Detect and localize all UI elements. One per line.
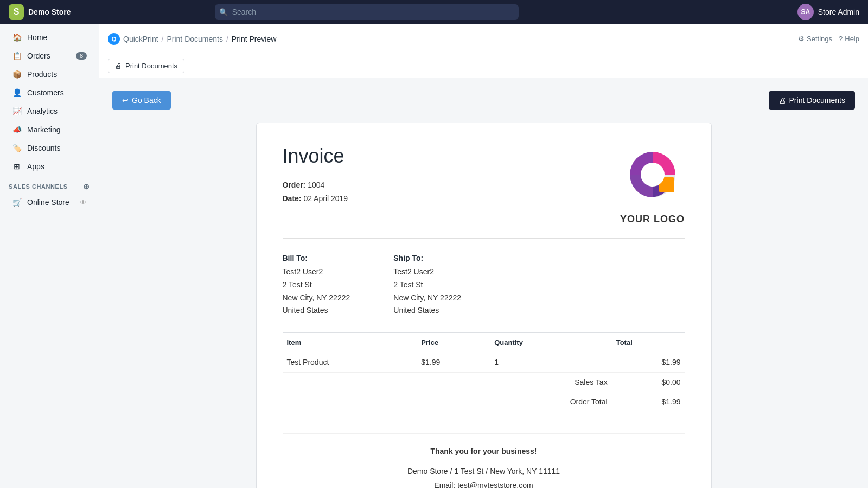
bill-country: United States	[283, 306, 328, 314]
online-store-icon: 🛒	[12, 197, 22, 207]
thank-you-text: Thank you for your business!	[283, 445, 685, 458]
invoice-table: Item Price Quantity Total Test Product $…	[283, 332, 685, 412]
sidebar-item-analytics[interactable]: 📈 Analytics	[3, 102, 95, 120]
breadcrumb-quickprint[interactable]: QuickPrint	[123, 35, 158, 43]
breadcrumb-sep2: /	[226, 35, 228, 43]
sidebar-item-customers[interactable]: 👤 Customers	[3, 84, 95, 101]
products-icon: 📦	[12, 69, 22, 79]
bill-address1: 2 Test St	[283, 280, 312, 289]
analytics-icon: 📈	[12, 106, 22, 116]
ship-country: United States	[393, 306, 439, 314]
apps-icon: ⊞	[12, 162, 22, 171]
ship-to-address: Test2 User2 2 Test St New City, NY 22222…	[393, 266, 461, 317]
order-total-label: Order Total	[490, 392, 612, 412]
quickprint-icon: Q	[108, 33, 120, 45]
breadcrumb: Q QuickPrint / Print Documents / Print P…	[108, 33, 276, 45]
sidebar-item-orders[interactable]: 📋 Orders 8	[3, 47, 95, 65]
sales-channels-label: SALES CHANNELS	[9, 183, 68, 190]
sales-channels-section: SALES CHANNELS ⊕	[0, 176, 99, 193]
sidebar-label-analytics: Analytics	[27, 107, 58, 115]
invoice-header: Invoice Order: 1004 Date: 02 April 2019	[283, 145, 685, 239]
invoice-title: Invoice	[283, 145, 348, 168]
app-bar-actions: ⚙ Settings ? Help	[798, 35, 859, 43]
col-header-item: Item	[283, 333, 417, 352]
settings-icon: ⚙	[798, 35, 805, 43]
avatar[interactable]: SA	[797, 4, 814, 20]
breadcrumb-print-documents[interactable]: Print Documents	[167, 35, 222, 43]
order-total-value: $1.99	[612, 392, 685, 412]
sidebar-item-marketing[interactable]: 📣 Marketing	[3, 121, 95, 138]
sidebar-item-discounts[interactable]: 🏷️ Discounts	[3, 139, 95, 157]
sales-tax-row: Sales Tax $0.00	[283, 373, 685, 393]
email-label: Email:	[434, 481, 455, 488]
order-label: Order:	[283, 181, 306, 189]
sidebar-label-apps: Apps	[27, 162, 44, 171]
settings-label: Settings	[807, 35, 832, 43]
bill-to-label: Bill To:	[283, 254, 350, 262]
sales-tax-value: $0.00	[612, 373, 685, 393]
print-documents-button[interactable]: 🖨 Print Documents	[769, 91, 855, 110]
invoice-card: Invoice Order: 1004 Date: 02 April 2019	[256, 123, 712, 488]
add-sales-channel-icon[interactable]: ⊕	[83, 182, 90, 191]
sidebar-label-online-store: Online Store	[27, 198, 69, 207]
invoice-meta: Order: 1004 Date: 02 April 2019	[283, 178, 348, 206]
top-nav-right: SA Store Admin	[797, 4, 859, 20]
invoice-title-area: Invoice Order: 1004 Date: 02 April 2019	[283, 145, 348, 206]
sidebar-item-apps[interactable]: ⊞ Apps	[3, 158, 95, 175]
top-nav: S Demo Store 🔍 SA Store Admin	[0, 0, 868, 24]
row-price: $1.99	[417, 352, 490, 373]
go-back-label: Go Back	[132, 96, 161, 105]
date-label: Date:	[283, 194, 302, 203]
sidebar-item-products[interactable]: 📦 Products	[3, 66, 95, 83]
row-qty: 1	[490, 352, 612, 373]
toolbar: ↩ Go Back 🖨 Print Documents	[112, 91, 855, 110]
settings-button[interactable]: ⚙ Settings	[798, 35, 832, 43]
ship-name: Test2 User2	[393, 267, 434, 276]
invoice-order: Order: 1004	[283, 178, 348, 192]
breadcrumb-current: Print Preview	[232, 35, 276, 43]
discounts-icon: 🏷️	[12, 143, 22, 153]
bill-to-block: Bill To: Test2 User2 2 Test St New City,…	[283, 254, 350, 317]
row-total: $1.99	[612, 352, 685, 373]
help-label: Help	[845, 35, 859, 43]
col-header-price: Price	[417, 333, 490, 352]
home-icon: 🏠	[12, 33, 22, 42]
store-email: Email: test@myteststore.com	[283, 479, 685, 488]
orders-badge: 8	[76, 52, 87, 60]
address-section: Bill To: Test2 User2 2 Test St New City,…	[283, 254, 685, 317]
col-header-qty: Quantity	[490, 333, 612, 352]
table-row: Test Product $1.99 1 $1.99	[283, 352, 685, 373]
ship-address1: 2 Test St	[393, 280, 423, 289]
printer-icon: 🖨	[115, 62, 122, 70]
bill-city: New City, NY 22222	[283, 293, 350, 302]
date-value: 02 April 2019	[303, 194, 348, 203]
ship-city: New City, NY 22222	[393, 293, 461, 302]
online-store-settings-icon[interactable]: 👁	[80, 198, 87, 207]
go-back-icon: ↩	[122, 96, 129, 105]
row-item: Test Product	[283, 352, 417, 373]
sidebar-label-home: Home	[27, 33, 47, 42]
sub-print-documents-button[interactable]: 🖨 Print Documents	[108, 59, 184, 73]
app-bar: Q QuickPrint / Print Documents / Print P…	[99, 24, 868, 54]
customers-icon: 👤	[12, 88, 22, 98]
sidebar: 🏠 Home 📋 Orders 8 📦 Products 👤 Customers…	[0, 24, 99, 488]
sidebar-label-marketing: Marketing	[27, 125, 60, 134]
brand[interactable]: S Demo Store	[9, 4, 71, 20]
invoice-footer: Thank you for your business! Demo Store …	[283, 433, 685, 488]
sidebar-item-online-store[interactable]: 🛒 Online Store 👁	[3, 194, 95, 211]
logo-area: YOUR LOGO	[620, 145, 685, 225]
admin-name: Store Admin	[818, 8, 859, 16]
marketing-icon: 📣	[12, 125, 22, 134]
search-icon: 🔍	[219, 8, 228, 16]
bill-to-address: Test2 User2 2 Test St New City, NY 22222…	[283, 266, 350, 317]
print-icon: 🖨	[778, 96, 786, 105]
content-area: ↩ Go Back 🖨 Print Documents Invoice	[99, 78, 868, 488]
search-input[interactable]	[215, 4, 519, 20]
sub-print-label: Print Documents	[125, 62, 177, 70]
ship-to-label: Ship To:	[393, 254, 461, 262]
help-button[interactable]: ? Help	[839, 35, 859, 43]
svg-point-2	[641, 163, 665, 187]
go-back-button[interactable]: ↩ Go Back	[112, 91, 171, 110]
breadcrumb-sep1: /	[162, 35, 164, 43]
sidebar-item-home[interactable]: 🏠 Home	[3, 29, 95, 46]
